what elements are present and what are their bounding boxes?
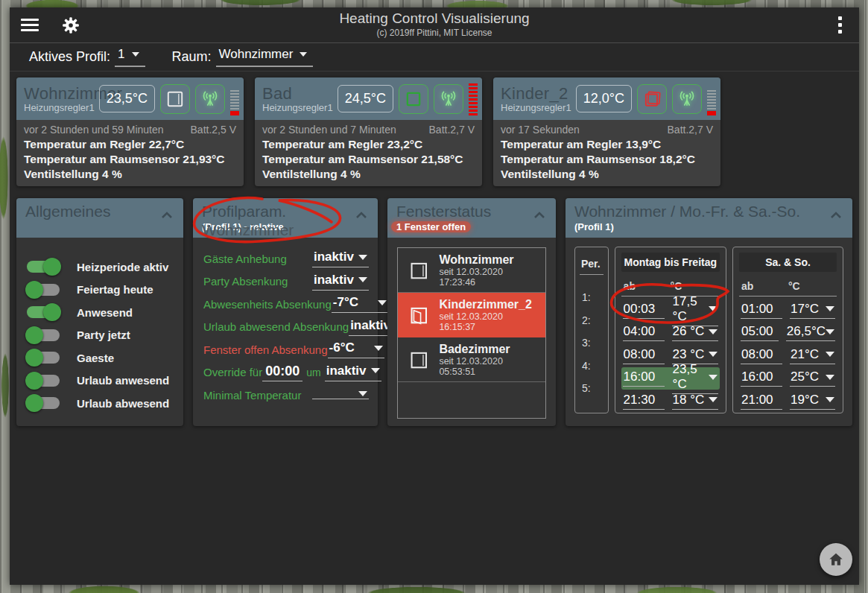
- active-profile-select[interactable]: 1: [115, 47, 145, 67]
- overflow-menu-icon[interactable]: [838, 16, 843, 34]
- schedule-time-input[interactable]: 21:00: [741, 393, 782, 410]
- override-time-input[interactable]: 00:00: [262, 364, 302, 381]
- schedule-time-input[interactable]: 08:00: [623, 347, 665, 364]
- toggle-row: Heizperiode aktiv: [27, 256, 183, 279]
- weekday-rows: 00:0317,5 °C04:0026 °C08:0023 °C16:0023,…: [621, 299, 720, 413]
- schedule-temp-select[interactable]: 18 °C: [672, 393, 718, 410]
- window-status-row[interactable]: Kinderzimmer_2seit 12.03.2020 16:15:37: [398, 293, 545, 337]
- schedule-temp-select[interactable]: 26 °C: [672, 324, 718, 341]
- hamburger-menu-icon[interactable]: [21, 19, 39, 31]
- schedule-temp-value: 17,5 °C: [673, 294, 709, 324]
- panel-title: Allgemeines: [25, 203, 174, 221]
- schedule-temp-select[interactable]: 17,5 °C: [672, 294, 718, 326]
- schedule-temp-select[interactable]: 25°C: [790, 370, 835, 387]
- room-card-header: BadHeizungsregler124,5°C: [255, 77, 482, 120]
- param-select[interactable]: inaktiv: [325, 364, 381, 381]
- dropdown-caret-icon: [709, 306, 717, 311]
- radio-link-button[interactable]: [434, 84, 463, 114]
- toggle-switch[interactable]: [27, 284, 60, 296]
- profile-param-row: Override für00:00uminaktiv: [203, 361, 369, 384]
- schedule-temp-select[interactable]: 23,5 °C: [672, 362, 718, 394]
- schedule-row: 01:0017°C: [739, 299, 837, 322]
- settings-gear-icon[interactable]: [61, 16, 80, 35]
- schedule-temp-value: 21°C: [791, 347, 819, 362]
- dropdown-caret-icon: [358, 277, 367, 282]
- schedule-row: 00:0317,5 °C: [621, 299, 720, 322]
- setpoint-temperature-button[interactable]: 23,5°C: [99, 85, 155, 112]
- window-closed-icon: [408, 349, 428, 370]
- toggle-switch[interactable]: [27, 261, 60, 273]
- sensor-reading: Ventilstellung 4 %: [24, 167, 236, 182]
- window-since-timestamp: seit 12.03.2020 05:53:51: [439, 356, 539, 377]
- dropdown-caret-icon: [371, 368, 380, 373]
- window-status-row[interactable]: Badezimmerseit 12.03.2020 05:53:51: [398, 337, 545, 382]
- schedule-time-input[interactable]: 21:30: [623, 393, 665, 410]
- collapse-chevron-icon[interactable]: [533, 212, 545, 219]
- setpoint-temperature-button[interactable]: 12,0°C: [576, 85, 632, 112]
- toggle-row: Party jetzt: [27, 324, 183, 347]
- room-card: BadHeizungsregler124,5°Cvor 2 Stunden un…: [255, 77, 482, 186]
- param-select[interactable]: inaktiv: [312, 250, 369, 267]
- schedule-time-input[interactable]: 05:00: [741, 324, 779, 341]
- radio-link-button[interactable]: [672, 84, 702, 114]
- window-state-button[interactable]: [637, 84, 667, 114]
- schedule-time-input[interactable]: 16:00: [741, 370, 782, 387]
- toggle-switch[interactable]: [27, 375, 60, 387]
- profile-param-row: Minimal Temperatur: [203, 384, 369, 407]
- schedule-time-input[interactable]: 04:00: [623, 324, 665, 341]
- toggle-switch[interactable]: [27, 306, 60, 318]
- panels-row: Allgemeines Heizperiode aktivFeiertag he…: [10, 186, 859, 426]
- collapse-chevron-icon[interactable]: [830, 212, 842, 219]
- schedule-temp-select[interactable]: 26,5°C: [786, 324, 835, 341]
- schedule-time-input[interactable]: 00:03: [623, 302, 665, 319]
- room-name: Wohnzimmer: [24, 84, 99, 104]
- weekend-column-headers: ab °C: [739, 280, 837, 296]
- sensor-reading: Temperatur am Regler 22,7°C: [24, 137, 236, 152]
- param-select[interactable]: [312, 391, 369, 399]
- param-select[interactable]: inaktiv: [312, 273, 369, 291]
- toggle-row: Anwesend: [27, 301, 183, 324]
- setpoint-temperature-button[interactable]: 24,5°C: [338, 85, 393, 112]
- schedule-temp-select[interactable]: 21°C: [790, 347, 835, 364]
- window-open-icon: [642, 89, 662, 109]
- schedule-row: 16:0023,5 °C: [621, 367, 720, 390]
- toggle-switch[interactable]: [27, 352, 60, 364]
- toggle-knob: [43, 258, 61, 276]
- panel-allgemeines-header: Allgemeines: [16, 198, 183, 238]
- param-select[interactable]: -7°C: [332, 295, 388, 313]
- collapse-chevron-icon[interactable]: [161, 212, 173, 219]
- window-status-row[interactable]: Wohnzimmerseit 12.03.2020 17:23:46: [398, 248, 545, 293]
- collapse-chevron-icon[interactable]: [355, 212, 367, 219]
- toggle-row: Feiertag heute: [27, 279, 183, 302]
- schedule-temp-select[interactable]: 17°C: [790, 302, 835, 319]
- toggle-switch[interactable]: [27, 329, 60, 341]
- param-select[interactable]: -6°C: [328, 340, 384, 358]
- param-label: Urlaub abwesend Absenkung: [203, 320, 349, 333]
- room-select[interactable]: Wohnzimmer: [216, 47, 314, 67]
- schedule-time-input[interactable]: 01:00: [741, 302, 782, 319]
- window-status-list: Wohnzimmerseit 12.03.2020 17:23:46Kinder…: [397, 247, 546, 419]
- home-button[interactable]: [820, 543, 852, 576]
- dropdown-caret-icon: [358, 391, 367, 396]
- last-update-text: vor 2 Stunden und 7 Minuten: [262, 124, 396, 136]
- profile-param-row: Gäste Anhebunginaktiv: [203, 247, 369, 270]
- room-name: Kinder_2: [501, 84, 576, 104]
- schedule-row: 04:0026 °C: [621, 322, 720, 345]
- toggle-label: Feiertag heute: [77, 283, 153, 296]
- schedule-time-input[interactable]: 16:00: [623, 370, 665, 387]
- window-state-button[interactable]: [160, 84, 190, 114]
- schedule-temp-select[interactable]: 19°C: [790, 393, 835, 410]
- window-state-button[interactable]: [399, 84, 428, 114]
- temp-column-header: °C: [671, 280, 682, 292]
- radio-link-button[interactable]: [195, 84, 225, 114]
- schedule-temp-value: 23 °C: [673, 347, 705, 362]
- dropdown-caret-icon: [709, 329, 717, 334]
- param-value: -7°C: [333, 295, 358, 310]
- schedule-time-input[interactable]: 08:00: [741, 347, 782, 364]
- panel-title: Wohnzimmer / Mo.-Fr. & Sa.-So.: [574, 203, 843, 221]
- profile-param-row: Abwesenheits Absenkung-7°C: [203, 293, 369, 316]
- toggle-switch[interactable]: [27, 397, 60, 409]
- schedule-temp-value: 18 °C: [673, 393, 705, 408]
- toggle-knob: [25, 372, 43, 390]
- window-closed-icon: [408, 260, 428, 281]
